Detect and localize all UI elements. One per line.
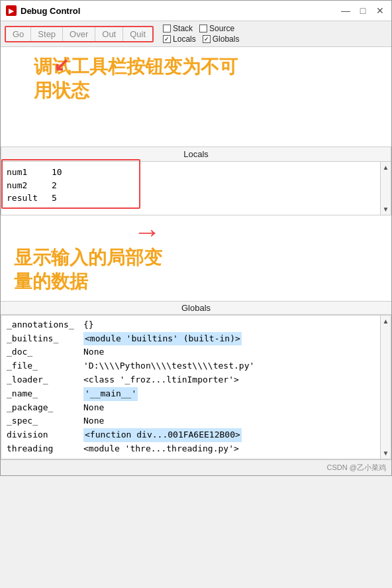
annotation2-line1: 显示输入的局部变 xyxy=(14,247,162,268)
globals-key-annotations: _annotations_ xyxy=(7,318,79,332)
globals-divider: Globals xyxy=(1,301,391,315)
globals-val-loader: <class '_froz...ltinImporter'> xyxy=(83,373,239,387)
globals-key-builtins: _builtins_ xyxy=(7,332,79,346)
globals-scrollbar[interactable]: ▲ ▼ xyxy=(380,316,391,459)
globals-row-package: _package_ None xyxy=(7,401,375,415)
footer-credit: CSDN @乙小菜鸡 xyxy=(327,463,386,473)
out-button[interactable]: Out xyxy=(95,27,123,41)
debug-buttons-group: Go Step Over Out Quit xyxy=(5,26,154,42)
over-button[interactable]: Over xyxy=(63,27,95,41)
globals-key-threading: threading xyxy=(7,442,79,456)
quit-button[interactable]: Quit xyxy=(123,27,152,41)
globals-row-doc: _doc_ None xyxy=(7,345,375,359)
window-title: Debug Control xyxy=(21,6,80,16)
globals-scroll-up[interactable]: ▲ xyxy=(383,316,389,327)
title-bar: ▶ Debug Control — □ ✕ xyxy=(1,1,391,21)
stack-checkbox-item[interactable]: Stack xyxy=(163,24,193,33)
stack-checkbox[interactable] xyxy=(163,25,171,32)
stack-label: Stack xyxy=(173,24,193,33)
globals-row-loader: _loader_ <class '_froz...ltinImporter'> xyxy=(7,373,375,387)
globals-val-threading: <module 'thre...threading.py'> xyxy=(83,442,239,456)
step-button[interactable]: Step xyxy=(31,27,63,41)
footer-bar: CSDN @乙小菜鸡 xyxy=(1,459,391,475)
globals-key-name: _name_ xyxy=(7,387,79,401)
locals-key-num1: num1 xyxy=(7,166,46,179)
annotation2-container: → 显示输入的局部变 量的数据 xyxy=(1,215,391,301)
app-icon: ▶ xyxy=(6,5,17,16)
toolbar: Go Step Over Out Quit Stack Source Lo xyxy=(1,21,391,47)
locals-row-num2: num2 2 xyxy=(7,179,375,192)
annotation2-line2: 量的数据 xyxy=(14,271,88,292)
arrow-topleft-icon: ↙ xyxy=(54,54,69,76)
locals-checkbox-item[interactable]: Locals xyxy=(163,34,196,44)
globals-key-doc: _doc_ xyxy=(7,345,79,359)
locals-val-num2: 2 xyxy=(52,179,57,192)
globals-row-division: division <function div...001FA6EE12B00> xyxy=(7,428,375,442)
right-arrow-icon: → xyxy=(133,218,161,246)
globals-key-spec: _spec_ xyxy=(7,414,79,428)
globals-val-spec: None xyxy=(83,414,104,428)
locals-row-num1: num1 10 xyxy=(7,166,375,179)
globals-val-division: <function div...001FA6EE12B00> xyxy=(83,428,242,442)
locals-panel-content: num1 10 num2 2 result 5 ▲ ▼ xyxy=(1,162,391,215)
locals-val-result: 5 xyxy=(52,192,57,205)
globals-val-builtins: <module 'builtins' (built-in)> xyxy=(83,332,242,346)
checkbox-group: Stack Source Locals Globals xyxy=(163,24,239,44)
source-label: Source xyxy=(209,24,234,33)
maximize-button[interactable]: □ xyxy=(357,5,369,17)
globals-row-annotations: _annotations_ {} xyxy=(7,318,375,332)
annotation2-text: 显示输入的局部变 量的数据 xyxy=(14,246,162,294)
globals-val-name: '__main__' xyxy=(83,387,138,401)
globals-cut-label: Globals xyxy=(181,303,211,313)
globals-row-file: _file_ 'D:\\\\Python\\\\test\\\\test.py' xyxy=(7,359,375,373)
locals-panel: Locals num1 10 num2 2 result 5 ▲ xyxy=(1,147,391,215)
locals-val-num1: 10 xyxy=(52,166,62,179)
checkbox-row-2: Locals Globals xyxy=(163,34,239,44)
globals-row-name: _name_ '__main__' xyxy=(7,387,375,401)
globals-row-builtins: _builtins_ <module 'builtins' (built-in)… xyxy=(7,332,375,346)
scroll-up-arrow[interactable]: ▲ xyxy=(383,162,389,173)
locals-row-result: result 5 xyxy=(7,192,375,205)
annotation1-area: ↙ 调试工具栏按钮变为不可 用状态 xyxy=(1,47,391,147)
source-checkbox[interactable] xyxy=(199,25,207,32)
globals-checkbox-item[interactable]: Globals xyxy=(203,34,240,44)
globals-key-loader: _loader_ xyxy=(7,373,79,387)
scroll-down-arrow[interactable]: ▼ xyxy=(383,204,389,215)
globals-val-annotations: {} xyxy=(83,318,94,332)
locals-scrollbar[interactable]: ▲ ▼ xyxy=(380,162,391,215)
globals-checkbox[interactable] xyxy=(203,35,211,43)
minimize-button[interactable]: — xyxy=(340,5,352,17)
annotation1-line2: 用状态 xyxy=(34,80,89,101)
source-checkbox-item[interactable]: Source xyxy=(199,24,234,33)
globals-key-file: _file_ xyxy=(7,359,79,373)
locals-panel-header: Locals xyxy=(1,147,391,162)
checkbox-row-1: Stack Source xyxy=(163,24,239,33)
annotation2-left: → 显示输入的局部变 量的数据 xyxy=(1,218,391,301)
locals-key-num2: num2 xyxy=(7,179,46,192)
globals-row-threading: threading <module 'thre...threading.py'> xyxy=(7,442,375,456)
title-bar-controls: — □ ✕ xyxy=(340,5,386,17)
globals-panel: _annotations_ {} _builtins_ <module 'bui… xyxy=(1,315,391,459)
locals-header-label: Locals xyxy=(183,149,209,159)
close-button[interactable]: ✕ xyxy=(374,5,386,17)
globals-row-spec: _spec_ None xyxy=(7,414,375,428)
title-bar-left: ▶ Debug Control xyxy=(6,5,80,16)
globals-key-package: _package_ xyxy=(7,401,79,415)
locals-table: num1 10 num2 2 result 5 xyxy=(1,162,380,215)
globals-val-package: None xyxy=(83,401,104,415)
globals-table: _annotations_ {} _builtins_ <module 'bui… xyxy=(1,316,380,459)
locals-label: Locals xyxy=(173,34,196,44)
globals-val-file: 'D:\\\\Python\\\\test\\\\test.py' xyxy=(83,359,254,373)
debug-control-window: ▶ Debug Control — □ ✕ Go Step Over Out Q… xyxy=(0,0,392,476)
locals-checkbox[interactable] xyxy=(163,35,171,43)
globals-scroll-down[interactable]: ▼ xyxy=(383,447,389,459)
globals-label: Globals xyxy=(213,34,240,44)
locals-key-result: result xyxy=(7,192,46,205)
go-button[interactable]: Go xyxy=(6,27,31,41)
globals-val-doc: None xyxy=(83,345,104,359)
annotation2-text-block: 显示输入的局部变 量的数据 xyxy=(1,246,175,301)
globals-key-division: division xyxy=(7,428,79,442)
